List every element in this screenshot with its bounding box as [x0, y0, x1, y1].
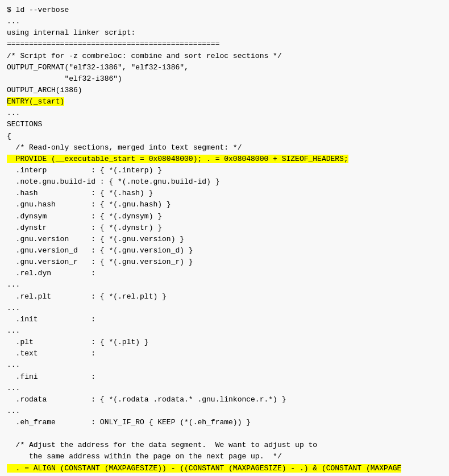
code-line: .hash : { *(.hash) }	[7, 189, 153, 197]
code-line: ...	[7, 361, 20, 369]
code-line: OUTPUT_FORMAT("elf32-i386", "elf32-i386"…	[7, 63, 189, 72]
code-line: SECTIONS	[7, 120, 42, 129]
code-line: .init :	[7, 315, 95, 324]
code-line: .gnu.version_r : { *(.gnu.version_r) }	[7, 258, 193, 266]
code-line: the same address within the page on the …	[7, 452, 282, 461]
code-line: .rodata : { *(.rodata .rodata.* .gnu.lin…	[7, 395, 286, 404]
code-line: ...	[7, 109, 20, 117]
code-line: ...	[7, 407, 20, 415]
code-display: $ ld --verbose ... using internal linker…	[0, 0, 449, 476]
code-line: .rel.plt : { *(.rel.plt) }	[7, 292, 167, 301]
code-line: "elf32-i386")	[7, 74, 122, 83]
highlighted-line: ENTRY(_start)	[7, 97, 64, 106]
code-line: {	[7, 132, 11, 140]
code-line: $ ld --verbose	[7, 6, 69, 14]
code-line: .gnu.version_d : { *(.gnu.version_d) }	[7, 246, 193, 255]
code-line: ...	[7, 17, 20, 26]
code-line: ========================================…	[7, 40, 219, 48]
code-line: ...	[7, 304, 20, 312]
code-line: .rel.dyn :	[7, 269, 95, 278]
code-line: .interp : { *(.interp) }	[7, 166, 162, 175]
code-line: OUTPUT_ARCH(i386)	[7, 86, 82, 94]
code-line: .dynstr : { *(.dynstr) }	[7, 223, 162, 232]
code-line: .plt : { *(.plt) }	[7, 338, 149, 346]
code-line: ...	[7, 326, 20, 335]
code-line: .gnu.hash : { *(.gnu.hash) }	[7, 200, 171, 209]
code-line: .dynsym : { *(.dynsym) }	[7, 212, 162, 221]
highlighted-line: PROVIDE (__executable_start = 0x08048000…	[7, 155, 348, 163]
code-line: /* Adjust the address for the data segme…	[7, 441, 317, 449]
code-line: .note.gnu.build-id : { *(.note.gnu.build…	[7, 177, 219, 186]
code-line: /* Script for -z combreloc: combine and …	[7, 52, 282, 60]
highlighted-line: . = ALIGN (CONSTANT (MAXPAGESIZE)) - ((C…	[7, 464, 401, 473]
code-line: /* Read-only sections, merged into text …	[7, 143, 242, 152]
code-line: using internal linker script:	[7, 28, 135, 37]
code-line: .text :	[7, 349, 95, 358]
code-line: .eh_frame : ONLY_IF_RO { KEEP (*(.eh_fra…	[7, 418, 251, 427]
code-line: .fini :	[7, 372, 95, 381]
code-line: ...	[7, 384, 20, 392]
code-line: ...	[7, 280, 20, 289]
code-line: .gnu.version : { *(.gnu.version) }	[7, 235, 184, 243]
